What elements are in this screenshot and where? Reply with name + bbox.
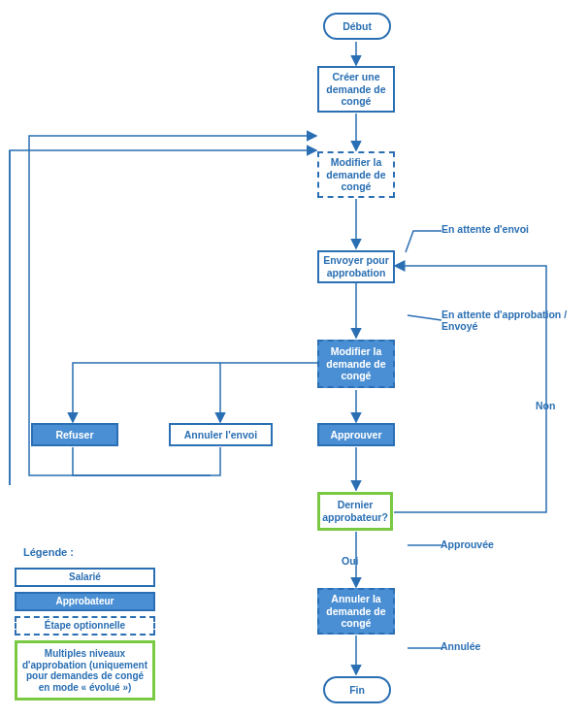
modify-request-approver-node: Modifier la demande de congé: [317, 340, 395, 388]
approve-node: Approuver: [317, 423, 395, 446]
approved-label: Approuvée: [441, 538, 518, 550]
cancel-request-node: Annuler la demande de congé: [317, 588, 395, 635]
reject-node: Refuser: [31, 423, 118, 446]
node-label: Annuler la demande de congé: [323, 593, 389, 630]
node-label: Annuler l'envoi: [184, 429, 257, 441]
node-label: Dernier approbateur?: [322, 499, 388, 523]
legend-approver: Approbateur: [15, 592, 155, 611]
start-node: Début: [323, 13, 391, 40]
await-approval-label: En attente d'approbation / Envoyé: [441, 309, 577, 332]
last-approver-decision: Dernier approbateur?: [317, 492, 393, 531]
node-label: Fin: [349, 684, 365, 697]
legend-employee: Salarié: [15, 568, 155, 587]
node-label: Modifier la demande de congé: [323, 156, 389, 193]
modify-request-employee-node: Modifier la demande de congé: [317, 151, 395, 198]
create-request-node: Créer une demande de congé: [317, 66, 395, 113]
node-label: Refuser: [55, 429, 93, 441]
legend-label: Multiples niveaux d'approbation (uniquem…: [21, 648, 148, 693]
end-node: Fin: [323, 676, 391, 703]
cancel-send-node: Annuler l'envoi: [169, 423, 273, 446]
legend-label: Salarié: [69, 571, 101, 583]
node-label: Envoyer pour approbation: [323, 254, 389, 278]
legend-optional: Étape optionnelle: [15, 616, 155, 636]
legend-multi-level: Multiples niveaux d'approbation (uniquem…: [15, 640, 155, 701]
node-label: Modifier la demande de congé: [323, 345, 389, 382]
legend-label: Étape optionnelle: [45, 620, 125, 632]
legend-label: Approbateur: [56, 596, 114, 607]
yes-label: Oui: [342, 555, 359, 567]
cancelled-label: Annulée: [441, 640, 518, 652]
node-label: Créer une demande de congé: [323, 71, 389, 108]
legend-title: Légende :: [23, 546, 74, 558]
await-send-label: En attente d'envoi: [441, 223, 558, 235]
send-for-approval-node: Envoyer pour approbation: [317, 250, 395, 283]
node-label: Début: [343, 20, 372, 33]
no-label: Non: [536, 400, 555, 411]
node-label: Approuver: [330, 429, 381, 441]
